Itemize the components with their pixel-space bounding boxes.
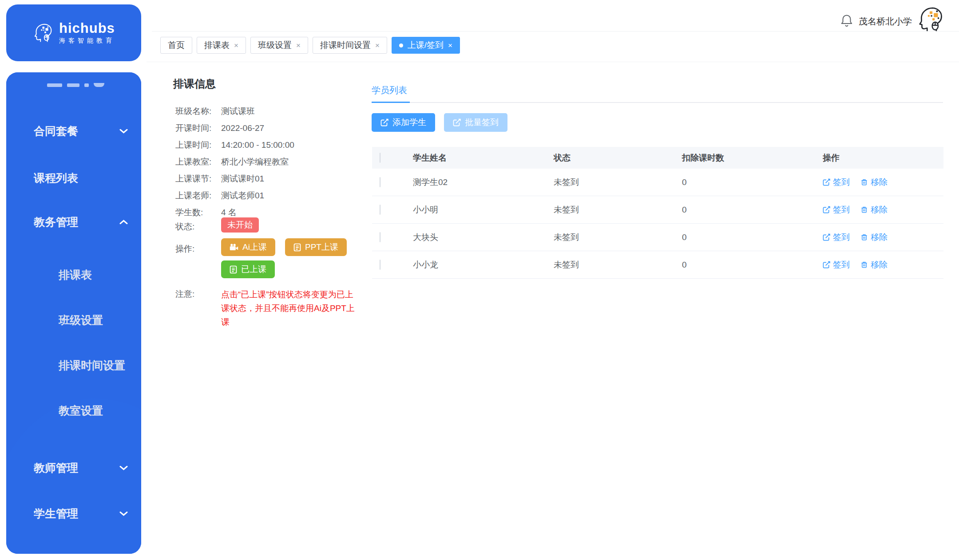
- button-label: 已上课: [241, 264, 266, 275]
- row-checkbox[interactable]: [380, 177, 380, 187]
- trash-icon: [860, 233, 868, 241]
- close-icon[interactable]: ×: [234, 42, 238, 49]
- tab-label: 首页: [168, 39, 185, 51]
- tab-schedule-time-settings[interactable]: 排课时间设置 ×: [313, 37, 387, 54]
- field-value: 测试课时01: [221, 173, 264, 185]
- document-icon: [230, 265, 237, 274]
- edit-square-icon: [823, 261, 830, 268]
- row-checkbox[interactable]: [380, 232, 380, 242]
- sidebar-item-class-settings[interactable]: 班级设置: [6, 310, 141, 330]
- tab-attendance-active[interactable]: 上课/签到 ×: [392, 37, 460, 54]
- add-student-button[interactable]: 添加学生: [372, 113, 435, 132]
- link-label: 签到: [833, 232, 850, 243]
- checkin-link[interactable]: 签到: [823, 177, 850, 188]
- remove-link[interactable]: 移除: [860, 204, 888, 216]
- batch-checkin-button[interactable]: 批量签到: [444, 113, 507, 132]
- deducted-hours: 0: [682, 177, 823, 187]
- student-table: 学生姓名 状态 扣除课时数 操作 测学生02 未签到 0 签到 移除: [372, 147, 943, 279]
- sidebar-item-course-list[interactable]: 课程列表: [6, 168, 141, 188]
- button-label: 添加学生: [392, 117, 426, 128]
- trash-icon: [860, 178, 868, 186]
- student-status: 未签到: [554, 259, 682, 271]
- tab-home[interactable]: 首页: [160, 37, 192, 54]
- sidebar-logo[interactable]: hichubs 海客智能教育: [6, 4, 141, 61]
- brand-name: hichubs: [59, 21, 115, 35]
- sidebar-nav: 合同套餐 课程列表 教务管理 排课表 班级设置 排课时间设置 教室设置 教师管理…: [6, 72, 141, 554]
- sidebar-item-clipped[interactable]: [47, 83, 104, 87]
- select-all-checkbox[interactable]: [380, 153, 380, 163]
- sidebar-item-student-management[interactable]: 学生管理: [6, 504, 141, 523]
- link-label: 签到: [833, 177, 850, 188]
- edit-square-icon: [823, 206, 830, 213]
- sidebar-item-label: 教务管理: [34, 215, 78, 229]
- active-dot-icon: [399, 43, 403, 47]
- link-label: 移除: [871, 259, 888, 271]
- bell-icon[interactable]: [840, 13, 853, 28]
- field-class-name: 班级名称: 测试课班: [175, 106, 294, 117]
- field-class-time: 上课时间: 14:20:00 - 15:00:00: [175, 139, 294, 151]
- actions-label: 操作:: [175, 243, 194, 255]
- field-value: 桥北小学编程教室: [221, 156, 289, 168]
- sidebar-item-academic-management[interactable]: 教务管理: [6, 212, 141, 232]
- link-label: 移除: [871, 232, 888, 243]
- sidebar-item-schedule-time-settings[interactable]: 排课时间设置: [6, 355, 141, 375]
- deducted-hours: 0: [682, 260, 823, 270]
- field-value: 测试老师01: [221, 190, 264, 201]
- sidebar-item-schedule-table[interactable]: 排课表: [6, 265, 141, 284]
- field-label: 学生数:: [175, 207, 221, 218]
- header-divider: [152, 31, 959, 32]
- sidebar-item-label: 教师管理: [34, 461, 78, 475]
- student-name: 测学生02: [413, 177, 554, 188]
- link-label: 签到: [833, 259, 850, 271]
- tab-bar: 首页 排课表 × 班级设置 × 排课时间设置 × 上课/签到 ×: [160, 37, 460, 54]
- trash-icon: [860, 206, 868, 213]
- student-list-tab[interactable]: 学员列表: [372, 84, 407, 96]
- edit-square-icon: [453, 118, 461, 126]
- row-checkbox[interactable]: [380, 260, 380, 270]
- row-checkbox[interactable]: [380, 205, 380, 215]
- link-label: 移除: [871, 204, 888, 216]
- video-camera-icon: [230, 244, 238, 251]
- note-text: 点击“已上课”按钮状态将变更为已上课状态，并且不能再使用Ai及PPT上课: [221, 288, 359, 329]
- close-icon[interactable]: ×: [448, 42, 452, 49]
- schedule-info-title: 排课信息: [173, 77, 216, 91]
- column-header: 学生姓名: [413, 152, 554, 164]
- close-icon[interactable]: ×: [296, 42, 301, 49]
- field-label: 上课时间:: [175, 139, 221, 151]
- student-list-active-underline: [372, 102, 410, 103]
- edit-square-icon: [823, 178, 830, 186]
- edit-square-icon: [823, 233, 830, 241]
- field-value: 2022-06-27: [221, 122, 264, 134]
- button-label: 批量签到: [465, 117, 499, 128]
- class-finished-button[interactable]: 已上课: [221, 260, 275, 278]
- sidebar-item-label: 排课时间设置: [59, 358, 125, 373]
- chevron-down-icon: [119, 465, 128, 470]
- sidebar-item-classroom-settings[interactable]: 教室设置: [6, 401, 141, 420]
- remove-link[interactable]: 移除: [860, 232, 888, 243]
- sidebar-item-label: 合同套餐: [34, 124, 78, 138]
- ppt-class-button[interactable]: PPT上课: [285, 238, 347, 256]
- checkin-link[interactable]: 签到: [823, 204, 850, 216]
- chevron-down-icon: [119, 511, 128, 516]
- sidebar-item-teacher-management[interactable]: 教师管理: [6, 458, 141, 477]
- checkin-link[interactable]: 签到: [823, 232, 850, 243]
- close-icon[interactable]: ×: [375, 42, 380, 49]
- tab-schedule-table[interactable]: 排课表 ×: [197, 37, 246, 54]
- column-header: 操作: [823, 152, 943, 164]
- remove-link[interactable]: 移除: [860, 177, 888, 188]
- tab-label: 排课时间设置: [320, 39, 371, 51]
- field-classroom: 上课教室: 桥北小学编程教室: [175, 156, 294, 168]
- school-name[interactable]: 茂名桥北小学: [859, 15, 912, 28]
- deducted-hours: 0: [682, 233, 823, 242]
- checkin-link[interactable]: 签到: [823, 259, 850, 271]
- field-teacher: 上课老师: 测试老师01: [175, 190, 294, 201]
- chevron-down-icon: [119, 129, 128, 134]
- remove-link[interactable]: 移除: [860, 259, 888, 271]
- brand-subtitle: 海客智能教育: [59, 37, 115, 45]
- hichubs-head-avatar-icon[interactable]: [916, 6, 945, 33]
- status-label: 状态:: [175, 221, 194, 233]
- ai-class-button[interactable]: Ai上课: [221, 238, 275, 256]
- tab-class-settings[interactable]: 班级设置 ×: [250, 37, 308, 54]
- sidebar-item-label: 课程列表: [34, 171, 78, 185]
- sidebar-item-contract-packages[interactable]: 合同套餐: [6, 121, 141, 141]
